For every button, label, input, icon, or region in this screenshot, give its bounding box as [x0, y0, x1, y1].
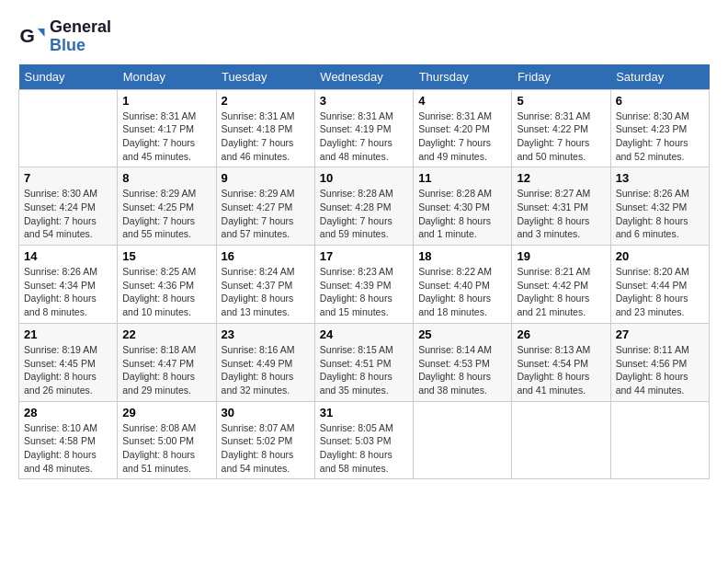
day-info: Sunrise: 8:11 AM Sunset: 4:56 PM Dayligh… — [616, 343, 704, 397]
day-number: 11 — [418, 171, 506, 185]
day-cell: 11Sunrise: 8:28 AM Sunset: 4:30 PM Dayli… — [414, 167, 512, 246]
day-number: 20 — [616, 249, 704, 263]
day-info: Sunrise: 8:16 AM Sunset: 4:49 PM Dayligh… — [222, 343, 310, 397]
weekday-header-saturday: Saturday — [610, 64, 709, 90]
day-number: 24 — [320, 327, 408, 341]
day-cell: 3Sunrise: 8:31 AM Sunset: 4:19 PM Daylig… — [314, 89, 413, 167]
day-cell: 10Sunrise: 8:28 AM Sunset: 4:28 PM Dayli… — [314, 167, 413, 246]
day-cell: 20Sunrise: 8:20 AM Sunset: 4:44 PM Dayli… — [610, 246, 709, 324]
day-info: Sunrise: 8:31 AM Sunset: 4:18 PM Dayligh… — [222, 109, 310, 164]
day-number: 16 — [222, 249, 310, 263]
day-number: 3 — [320, 94, 408, 108]
day-info: Sunrise: 8:27 AM Sunset: 4:31 PM Dayligh… — [517, 187, 605, 241]
day-number: 29 — [122, 406, 210, 419]
weekday-header-friday: Friday — [512, 64, 610, 90]
svg-text:G: G — [20, 25, 35, 46]
day-info: Sunrise: 8:28 AM Sunset: 4:30 PM Dayligh… — [418, 187, 506, 241]
weekday-header-wednesday: Wednesday — [314, 64, 413, 90]
weekday-header-tuesday: Tuesday — [216, 64, 314, 90]
week-row-5: 28Sunrise: 8:10 AM Sunset: 4:58 PM Dayli… — [19, 401, 710, 479]
day-number: 7 — [24, 171, 112, 185]
day-number: 5 — [517, 94, 605, 108]
day-cell: 26Sunrise: 8:13 AM Sunset: 4:54 PM Dayli… — [512, 323, 610, 401]
logo: G GeneralBlue — [18, 18, 111, 55]
day-info: Sunrise: 8:31 AM Sunset: 4:19 PM Dayligh… — [320, 109, 408, 164]
day-cell: 24Sunrise: 8:15 AM Sunset: 4:51 PM Dayli… — [314, 323, 413, 401]
day-cell: 25Sunrise: 8:14 AM Sunset: 4:53 PM Dayli… — [414, 323, 512, 401]
day-info: Sunrise: 8:30 AM Sunset: 4:24 PM Dayligh… — [24, 187, 112, 241]
day-cell: 8Sunrise: 8:29 AM Sunset: 4:25 PM Daylig… — [118, 167, 216, 246]
day-info: Sunrise: 8:28 AM Sunset: 4:28 PM Dayligh… — [320, 187, 408, 241]
calendar-table: SundayMondayTuesdayWednesdayThursdayFrid… — [18, 64, 710, 480]
day-info: Sunrise: 8:10 AM Sunset: 4:58 PM Dayligh… — [24, 421, 112, 476]
day-cell — [19, 89, 118, 167]
day-number: 19 — [517, 249, 605, 263]
day-number: 4 — [418, 94, 506, 108]
day-info: Sunrise: 8:31 AM Sunset: 4:22 PM Dayligh… — [517, 109, 605, 164]
day-cell: 12Sunrise: 8:27 AM Sunset: 4:31 PM Dayli… — [512, 167, 610, 246]
day-number: 18 — [418, 249, 506, 263]
header: G GeneralBlue — [18, 18, 710, 55]
weekday-header-thursday: Thursday — [414, 64, 512, 90]
day-cell: 9Sunrise: 8:29 AM Sunset: 4:27 PM Daylig… — [216, 167, 314, 246]
day-number: 22 — [122, 327, 210, 341]
week-row-1: 1Sunrise: 8:31 AM Sunset: 4:17 PM Daylig… — [19, 89, 710, 167]
day-number: 2 — [222, 94, 310, 108]
day-cell: 21Sunrise: 8:19 AM Sunset: 4:45 PM Dayli… — [19, 323, 118, 401]
day-cell: 4Sunrise: 8:31 AM Sunset: 4:20 PM Daylig… — [414, 89, 512, 167]
day-number: 9 — [222, 171, 310, 185]
day-info: Sunrise: 8:30 AM Sunset: 4:23 PM Dayligh… — [616, 109, 704, 164]
day-cell — [610, 401, 709, 479]
week-row-4: 21Sunrise: 8:19 AM Sunset: 4:45 PM Dayli… — [19, 323, 710, 401]
week-row-2: 7Sunrise: 8:30 AM Sunset: 4:24 PM Daylig… — [19, 167, 710, 246]
day-info: Sunrise: 8:19 AM Sunset: 4:45 PM Dayligh… — [24, 343, 112, 397]
day-number: 1 — [122, 94, 210, 108]
day-cell: 5Sunrise: 8:31 AM Sunset: 4:22 PM Daylig… — [512, 89, 610, 167]
day-info: Sunrise: 8:24 AM Sunset: 4:37 PM Dayligh… — [222, 265, 310, 319]
day-cell: 23Sunrise: 8:16 AM Sunset: 4:49 PM Dayli… — [216, 323, 314, 401]
day-number: 21 — [24, 327, 112, 341]
day-info: Sunrise: 8:20 AM Sunset: 4:44 PM Dayligh… — [616, 265, 704, 319]
weekday-header-row: SundayMondayTuesdayWednesdayThursdayFrid… — [19, 64, 710, 90]
weekday-header-sunday: Sunday — [19, 64, 118, 90]
day-info: Sunrise: 8:08 AM Sunset: 5:00 PM Dayligh… — [122, 421, 210, 476]
day-cell: 27Sunrise: 8:11 AM Sunset: 4:56 PM Dayli… — [610, 323, 709, 401]
day-cell: 2Sunrise: 8:31 AM Sunset: 4:18 PM Daylig… — [216, 89, 314, 167]
day-info: Sunrise: 8:05 AM Sunset: 5:03 PM Dayligh… — [320, 421, 408, 476]
day-number: 17 — [320, 249, 408, 263]
logo-text: GeneralBlue — [50, 18, 111, 55]
day-cell: 6Sunrise: 8:30 AM Sunset: 4:23 PM Daylig… — [610, 89, 709, 167]
day-number: 31 — [320, 406, 408, 419]
day-cell: 14Sunrise: 8:26 AM Sunset: 4:34 PM Dayli… — [19, 246, 118, 324]
logo-icon: G — [18, 23, 46, 51]
day-info: Sunrise: 8:15 AM Sunset: 4:51 PM Dayligh… — [320, 343, 408, 397]
day-cell: 17Sunrise: 8:23 AM Sunset: 4:39 PM Dayli… — [314, 246, 413, 324]
day-cell — [512, 401, 610, 479]
day-number: 23 — [222, 327, 310, 341]
day-number: 14 — [24, 249, 112, 263]
day-info: Sunrise: 8:25 AM Sunset: 4:36 PM Dayligh… — [122, 265, 210, 319]
day-cell: 18Sunrise: 8:22 AM Sunset: 4:40 PM Dayli… — [414, 246, 512, 324]
day-cell: 13Sunrise: 8:26 AM Sunset: 4:32 PM Dayli… — [610, 167, 709, 246]
day-cell: 29Sunrise: 8:08 AM Sunset: 5:00 PM Dayli… — [118, 401, 216, 479]
day-cell: 7Sunrise: 8:30 AM Sunset: 4:24 PM Daylig… — [19, 167, 118, 246]
day-cell: 30Sunrise: 8:07 AM Sunset: 5:02 PM Dayli… — [216, 401, 314, 479]
day-number: 28 — [24, 406, 112, 419]
day-number: 25 — [418, 327, 506, 341]
day-cell: 15Sunrise: 8:25 AM Sunset: 4:36 PM Dayli… — [118, 246, 216, 324]
day-number: 27 — [616, 327, 704, 341]
day-info: Sunrise: 8:21 AM Sunset: 4:42 PM Dayligh… — [517, 265, 605, 319]
day-info: Sunrise: 8:26 AM Sunset: 4:32 PM Dayligh… — [616, 187, 704, 241]
day-info: Sunrise: 8:14 AM Sunset: 4:53 PM Dayligh… — [418, 343, 506, 397]
day-cell — [414, 401, 512, 479]
day-number: 30 — [222, 406, 310, 419]
day-info: Sunrise: 8:18 AM Sunset: 4:47 PM Dayligh… — [122, 343, 210, 397]
day-info: Sunrise: 8:31 AM Sunset: 4:20 PM Dayligh… — [418, 109, 506, 164]
day-number: 6 — [616, 94, 704, 108]
svg-marker-1 — [38, 29, 45, 37]
day-number: 13 — [616, 171, 704, 185]
day-cell: 31Sunrise: 8:05 AM Sunset: 5:03 PM Dayli… — [314, 401, 413, 479]
calendar-container: G GeneralBlue SundayMondayTuesdayWednesd… — [0, 0, 728, 488]
week-row-3: 14Sunrise: 8:26 AM Sunset: 4:34 PM Dayli… — [19, 246, 710, 324]
day-info: Sunrise: 8:29 AM Sunset: 4:25 PM Dayligh… — [122, 187, 210, 241]
